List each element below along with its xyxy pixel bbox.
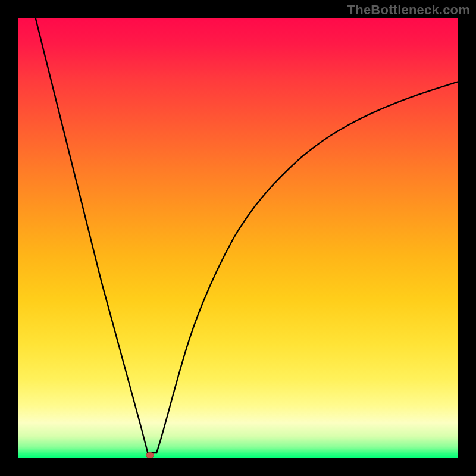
curve-left-branch <box>36 18 148 453</box>
plot-area <box>18 18 458 458</box>
bottleneck-curve-svg <box>18 18 458 458</box>
optimal-point-marker <box>146 452 154 458</box>
chart-frame: TheBottleneck.com <box>0 0 476 476</box>
curve-right-branch <box>156 82 458 453</box>
watermark-text: TheBottleneck.com <box>347 2 470 18</box>
